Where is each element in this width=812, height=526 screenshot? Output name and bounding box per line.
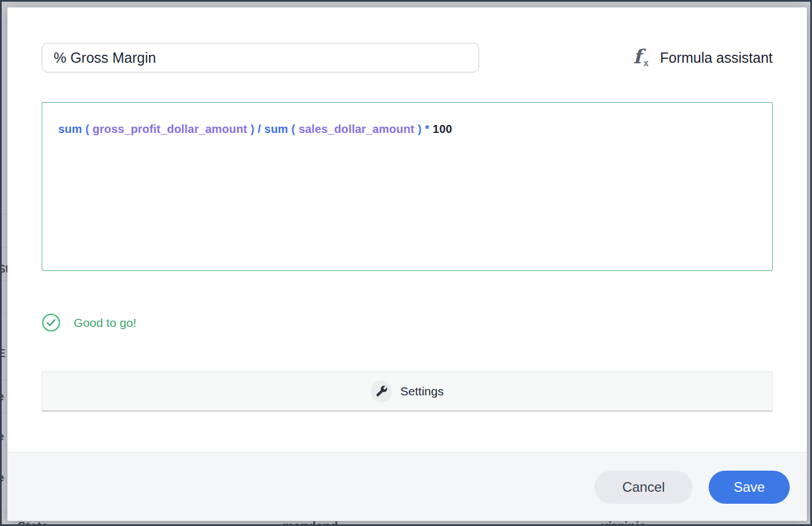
formula-token-operator: / <box>255 123 262 135</box>
formula-editor-area[interactable]: sum ( gross_profit_dollar_amount ) / sum… <box>42 102 773 271</box>
formula-fx-icon: f x <box>632 46 653 69</box>
formula-token-number: 100 <box>429 123 452 135</box>
formula-token-field: sales_dollar_amount <box>295 123 415 135</box>
formula-token-operator: * <box>421 123 429 135</box>
formula-token-paren: ) <box>247 123 255 135</box>
dialog-footer: Cancel Save <box>7 452 807 521</box>
formula-expression: sum ( gross_profit_dollar_amount ) / sum… <box>58 121 756 137</box>
validation-status: Good to go! <box>42 313 136 332</box>
success-check-icon <box>42 313 61 332</box>
formula-token-paren: ( <box>288 123 296 135</box>
settings-toggle[interactable]: Settings <box>42 371 773 412</box>
cancel-button[interactable]: Cancel <box>594 471 693 504</box>
formula-token-paren: ( <box>82 123 90 135</box>
formula-assistant-label: Formula assistant <box>660 50 773 66</box>
formula-token-field: gross_profit_dollar_amount <box>89 123 247 135</box>
wrench-icon <box>371 381 392 402</box>
status-message: Good to go! <box>74 316 136 330</box>
fx-icon-x: x <box>644 58 649 68</box>
save-button[interactable]: Save <box>709 471 790 504</box>
fx-icon-f: f <box>633 45 642 68</box>
formula-token-function: sum <box>58 123 82 135</box>
formula-editor-dialog: f x Formula assistant sum ( gross_profit… <box>7 7 807 521</box>
formula-token-function: sum <box>261 123 288 135</box>
formula-assistant-button[interactable]: f x Formula assistant <box>632 44 773 71</box>
formula-token-paren: ) <box>415 123 422 135</box>
formula-name-input[interactable] <box>42 43 479 72</box>
settings-label: Settings <box>400 385 444 398</box>
